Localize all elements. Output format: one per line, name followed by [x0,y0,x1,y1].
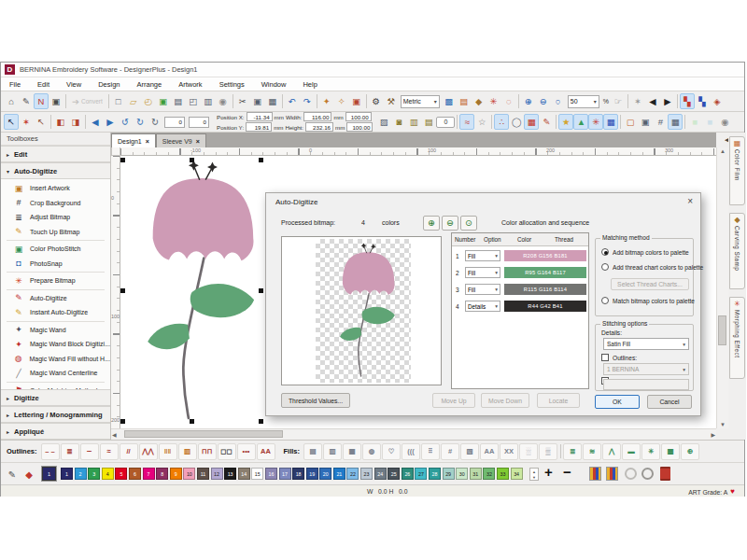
palette-swatch-2[interactable]: 2 [75,468,87,480]
scroll-down-icon[interactable]: ▼ [720,422,726,427]
palette-swatch-23[interactable]: 23 [360,468,373,480]
selection-handle[interactable] [120,158,125,162]
freehand-area-icon[interactable]: ◯ [509,114,524,130]
option-dropdown[interactable]: Fill▾ [465,250,500,261]
tool-color-photostitch[interactable]: ▣Color PhotoStitch [1,242,110,257]
paste-icon[interactable]: ▦ [265,93,280,109]
menu-help[interactable]: Help [294,80,325,89]
palette-swatch-28[interactable]: 28 [429,468,441,480]
grid-toggle-icon[interactable]: # [653,114,668,130]
menu-settings[interactable]: Settings [211,80,253,89]
cycle-colors-icon[interactable] [641,468,654,480]
toolbox-edit[interactable]: ▸Edit [1,146,110,162]
dialog-close-icon[interactable]: × [687,196,693,206]
palette-swatch-31[interactable]: 31 [470,468,482,480]
rotate-free-icon[interactable]: ↻ [148,114,162,130]
cut-icon[interactable]: ✂ [235,93,250,109]
close-tab-icon[interactable]: × [146,138,149,145]
outline-backstitch-icon[interactable]: ≈ [100,443,119,460]
nudge-field[interactable]: 0 [436,117,455,128]
dialog-zoom-fit-icon[interactable]: ⊙ [460,216,477,231]
fill-wave-icon[interactable]: ((( [402,443,420,460]
rotate-right-45-icon[interactable]: ↻ [133,114,148,130]
dialog-zoom-out-icon[interactable]: ⊖ [442,216,458,231]
tool-magic-wand[interactable]: ✦Magic Wand [1,323,110,338]
copy-icon[interactable]: ▣ [250,93,265,109]
menu-file[interactable]: File [1,80,29,89]
settings-gear-icon[interactable]: ⚙ [369,93,384,109]
palette-swatch-34[interactable]: 34 [511,468,523,480]
vertical-scrollbar[interactable]: ▲ ▼ [716,147,728,428]
scale-half-icon[interactable]: ▥ [406,114,421,130]
mirror-y-icon[interactable]: ▶ [103,114,118,130]
redo-icon[interactable]: ↷ [300,93,315,109]
current-color-swatch[interactable]: 1 [42,467,56,481]
horizontal-scroll-thumb[interactable] [124,430,283,438]
measure-icon[interactable]: ✶ [630,93,645,109]
outline-candlewicking-icon[interactable]: ••• [237,443,256,460]
fill-cross-stitch-icon[interactable]: ⠿ [421,443,440,460]
tool-magic-wand-fill-without-h[interactable]: ◍Magic Wand Fill without H... [1,352,110,367]
mouse-pointer-icon[interactable]: ◉ [216,93,231,109]
insert-embroidery-icon[interactable]: ✧ [334,93,349,109]
flower-artwork[interactable] [120,158,265,423]
radio-add-bitmap-colors[interactable]: Add bitmap colors to palette [601,248,689,256]
toolbox-lettering[interactable]: ▸Lettering / Monogramming [1,406,110,423]
fill-stipple-run-icon[interactable]: ▒ [539,443,557,460]
width-percent-field[interactable]: 100.00 [345,112,372,121]
palette-swatch-30[interactable]: 30 [456,468,468,480]
palette-swatch-13[interactable]: 13 [224,468,236,480]
rotate-angle-field[interactable]: 0 [164,117,185,128]
width-field[interactable]: 116.00 [303,112,331,121]
thread-spool-icon[interactable] [660,467,670,481]
tool-magic-wand-block-digitizi[interactable]: ✦Magic Wand Block Digitizi... [1,337,110,352]
rotate-left-45-icon[interactable]: ↺ [118,114,133,130]
thread-colors-icon[interactable] [589,467,601,481]
palette-swatch-10[interactable]: 10 [183,468,195,480]
outlines-checkbox[interactable]: Outlines: [601,354,637,361]
fill-stipple-icon[interactable]: ░ [519,443,538,460]
stitch-circle-icon[interactable]: ◌ [501,93,516,109]
palette-swatch-9[interactable]: 9 [170,468,182,480]
proportional-scale-icon[interactable]: ▨ [376,114,391,130]
fill-globe-icon[interactable]: ⊕ [681,443,699,460]
selection-handle[interactable] [259,158,263,162]
table-row[interactable]: 1 Fill▾ R208 G156 B181 [452,248,588,264]
tab-sleeve-v9[interactable]: Sleeve V9× [156,133,206,147]
thread-blue-icon[interactable]: ▚ [695,93,710,109]
palette-swatch-26[interactable]: 26 [402,468,414,480]
position-x-field[interactable]: -11.34 [247,112,273,121]
home-icon[interactable]: ⌂ [4,93,19,109]
fill-pattern-xx-icon[interactable]: XX [500,443,518,460]
freehand-select-icon[interactable]: ✶ [19,114,34,130]
spinner-down-icon[interactable]: ▼ [532,475,536,480]
outline-raised-satin-icon[interactable]: ▥ [178,443,197,460]
tool-crop-background[interactable]: #Crop Background [1,196,110,211]
palette-swatch-11[interactable]: 11 [197,468,209,480]
palette-swatch-4[interactable]: 4 [102,468,114,480]
selection-handle[interactable] [190,158,194,162]
palette-swatch-15[interactable]: 15 [251,468,263,480]
remove-color-button[interactable]: − [563,464,571,480]
thread-chart-icon[interactable] [606,467,618,481]
selection-handle[interactable] [259,288,263,293]
palette-swatch-24[interactable]: 24 [374,468,387,480]
overview-window-icon[interactable]: ▦ [668,114,683,130]
write-to-machine-icon[interactable]: ▥ [201,93,216,109]
ok-button[interactable]: OK [595,395,640,409]
insert-artwork-icon[interactable]: ✦ [319,93,334,109]
table-row[interactable]: 3 Fill▾ R115 G116 B114 [452,282,588,298]
zoom-in-icon[interactable]: ⊕ [521,93,536,109]
dialog-zoom-in-icon[interactable]: ⊕ [423,216,440,231]
undo-icon[interactable]: ↶ [285,93,300,109]
print-preview-icon[interactable]: ◰ [186,93,201,109]
palette-swatch-8[interactable]: 8 [156,468,168,480]
option-dropdown[interactable]: Details▾ [465,301,500,312]
fill-curved-icon[interactable]: ≋ [583,443,601,460]
hide-unused-colors-icon[interactable] [625,468,637,480]
shapes-tool-icon[interactable]: ▲ [573,114,588,130]
outline-stem-icon[interactable]: // [120,443,138,460]
menu-edit[interactable]: Edit [29,80,58,89]
toolbox-digitize[interactable]: ▸Digitize [1,389,110,406]
next-object-icon[interactable]: ▶ [660,93,675,109]
